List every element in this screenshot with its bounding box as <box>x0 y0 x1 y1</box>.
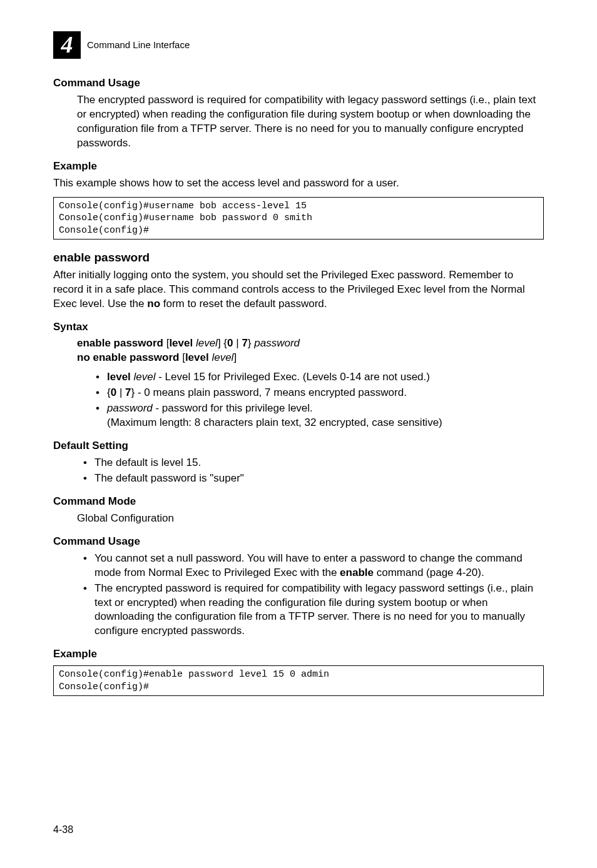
default-setting-bullets: The default is level 15. The default pas… <box>83 456 544 486</box>
command-mode-heading: Command Mode <box>53 495 544 509</box>
example-heading-2: Example <box>53 647 544 662</box>
b3-text: - password for this privilege level. <box>153 402 313 414</box>
syntax-heading: Syntax <box>53 320 544 335</box>
cu2-b1-text-c: command (page 4-20). <box>374 567 484 578</box>
syntax-close-curly: } <box>248 337 254 349</box>
page-header: 4 Command Line Interface <box>53 31 544 59</box>
syntax-level-param: level <box>196 337 218 349</box>
b1-level-bold: level <box>107 371 131 383</box>
cu2-bullet-1: You cannot set a null password. You will… <box>83 552 544 580</box>
enable-password-para: After initially logging onto the system,… <box>53 268 544 311</box>
syntax-level-param-2: level <box>212 351 233 363</box>
ds-bullet-1: The default is level 15. <box>83 456 544 470</box>
command-mode-text: Global Configuration <box>77 512 544 526</box>
syntax-bullet-1: level level - Level 15 for Privileged Ex… <box>96 370 544 385</box>
code-block-1: Console(config)#username bob access-leve… <box>53 197 544 240</box>
syntax-level-keyword-2: level <box>185 351 209 363</box>
enable-password-heading: enable password <box>53 250 544 266</box>
command-usage-heading-1: Command Usage <box>53 76 544 91</box>
ep-text-2: form to reset the default password. <box>160 298 327 310</box>
syntax-no-enable: no enable password <box>77 351 179 363</box>
b2-seven: 7 <box>125 386 131 398</box>
cu2-bullet-2: The encrypted password is required for c… <box>83 582 544 639</box>
syntax-seven: 7 <box>242 337 247 349</box>
b2-pipe: | <box>116 386 125 398</box>
b1-level-italic: level <box>134 371 156 383</box>
syntax-bullet-3: password - password for this privilege l… <box>96 401 544 430</box>
default-setting-heading: Default Setting <box>53 439 544 453</box>
header-section-title: Command Line Interface <box>87 39 190 51</box>
syntax-open-bracket: [ <box>163 337 169 349</box>
b3-password-italic: password <box>107 402 153 414</box>
cu2-enable-bold: enable <box>340 567 374 578</box>
ds-bullet-2: The default password is "super" <box>83 472 544 486</box>
b3-subtext: (Maximum length: 8 characters plain text… <box>107 416 544 430</box>
syntax-pipe-1: | <box>233 337 242 349</box>
example-intro-1: This example shows how to set the access… <box>53 176 544 191</box>
b2-text: - 0 means plain password, 7 means encryp… <box>135 386 407 398</box>
syntax-zero: 0 <box>227 337 233 349</box>
syntax-enable-password: enable password <box>77 337 163 349</box>
syntax-close-open-brace: ] { <box>218 337 227 349</box>
command-usage-para-1: The encrypted password is required for c… <box>77 93 544 151</box>
syntax-close-bracket-2: ] <box>233 351 237 363</box>
chapter-number-badge: 4 <box>53 31 81 59</box>
syntax-level-keyword: level <box>169 337 193 349</box>
command-usage-heading-2: Command Usage <box>53 535 544 549</box>
page-number: 4-38 <box>53 823 73 837</box>
syntax-line-1: enable password [level level] {0 | 7} pa… <box>77 336 544 365</box>
syntax-password-param: password <box>254 337 300 349</box>
syntax-bullet-2: {0 | 7} - 0 means plain password, 7 mean… <box>96 386 544 400</box>
no-keyword: no <box>147 298 160 310</box>
code-block-2: Console(config)#enable password level 15… <box>53 665 544 696</box>
b1-text: - Level 15 for Privileged Exec. (Levels … <box>156 371 430 383</box>
syntax-bullets: level level - Level 15 for Privileged Ex… <box>96 370 544 430</box>
example-heading-1: Example <box>53 159 544 174</box>
command-usage-bullets: You cannot set a null password. You will… <box>83 552 544 639</box>
syntax-open-bracket-2: [ <box>179 351 185 363</box>
b2-zero: 0 <box>111 386 116 398</box>
